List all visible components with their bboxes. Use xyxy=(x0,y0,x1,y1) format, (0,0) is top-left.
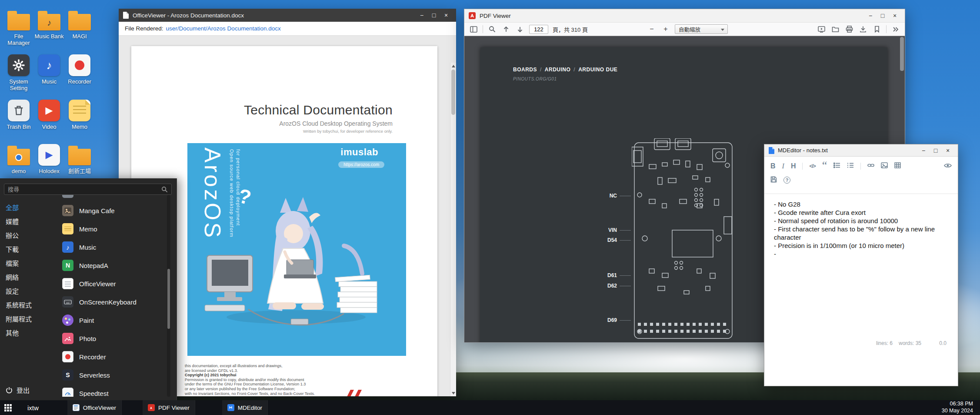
search-icon[interactable] xyxy=(487,24,497,34)
category-file[interactable]: 檔案 xyxy=(0,257,60,271)
desktop-icon-memo[interactable]: Memo xyxy=(65,98,94,131)
download-icon[interactable] xyxy=(858,24,868,34)
help-button[interactable]: ? xyxy=(783,177,790,184)
rendered-file-link[interactable]: user/Document/Arozos Documentation.docx xyxy=(166,25,281,32)
link-button[interactable] xyxy=(867,162,874,170)
start-button[interactable] xyxy=(0,400,16,415)
desktop-icon-system-setting[interactable]: System Setting xyxy=(4,53,33,92)
task-officeviewer[interactable]: OfficeViewer xyxy=(67,400,122,415)
scrollbar-thumb[interactable] xyxy=(451,70,455,115)
category-setting[interactable]: 設定 xyxy=(0,284,60,298)
toolbar-divider xyxy=(802,163,803,170)
app-item-memo[interactable]: Memo xyxy=(62,220,165,238)
print-icon[interactable] xyxy=(844,24,854,34)
category-media[interactable]: 媒體 xyxy=(0,215,60,229)
taskbar-clock[interactable]: 06:38 PM 30 May 2024 xyxy=(942,401,980,414)
desktop-icon-file-manager[interactable]: File Manager xyxy=(4,8,33,47)
pdf-viewer-titlebar[interactable]: PDF Viewer − □ × xyxy=(464,9,905,22)
mdeditor-window: MDEditor - notes.txt − □ × B I H </> “ xyxy=(764,144,958,386)
previous-page-icon[interactable] xyxy=(501,24,511,34)
desktop-icon-music[interactable]: ♪ Music xyxy=(34,53,64,85)
zoom-in-button[interactable]: + xyxy=(661,24,670,34)
category-utilities[interactable]: 附屬程式 xyxy=(0,312,60,326)
category-system[interactable]: 系統程式 xyxy=(0,298,60,312)
desktop-icon-demo[interactable]: demo xyxy=(4,143,33,175)
desktop-icon-holodex[interactable]: ▶ Holodex xyxy=(34,143,64,175)
app-item-music[interactable]: ♪ Music xyxy=(62,238,165,256)
category-office[interactable]: 辦公 xyxy=(0,229,60,243)
minimize-button[interactable]: − xyxy=(865,11,876,20)
minimize-button[interactable]: − xyxy=(416,10,427,20)
music-note-icon: ♪ xyxy=(47,59,52,72)
italic-button[interactable]: I xyxy=(782,162,784,170)
pin-leader-line xyxy=(620,320,631,321)
next-page-icon[interactable] xyxy=(515,24,525,34)
officeviewer-titlebar[interactable]: OfficeViewer - Arozos Documentation.docx… xyxy=(119,9,456,22)
app-item-notepada[interactable]: N NotepadA xyxy=(62,256,165,274)
mdeditor-titlebar[interactable]: MDEditor - notes.txt − □ × xyxy=(764,144,958,157)
table-button[interactable] xyxy=(894,162,901,170)
markdown-text-area[interactable]: - No G28 - Gcode rewrite after Cura exor… xyxy=(774,200,950,258)
desktop-icon-magi[interactable]: MAGI xyxy=(65,8,94,40)
bold-button[interactable]: B xyxy=(770,162,776,170)
more-tools-icon[interactable] xyxy=(891,24,900,34)
search-input[interactable] xyxy=(8,186,161,193)
desktop-icon-video[interactable]: ▶ Video xyxy=(34,98,64,131)
app-item-officeviewer[interactable]: OfficeViewer xyxy=(62,274,165,293)
page-number-input[interactable] xyxy=(529,25,548,34)
app-item-photo[interactable]: Photo xyxy=(62,329,165,348)
scroll-up-button[interactable] xyxy=(450,63,456,69)
license-line: under the terms of the GNU Free Document… xyxy=(185,382,315,387)
code-button[interactable]: </> xyxy=(809,163,815,169)
bookmark-icon[interactable] xyxy=(872,24,882,34)
presentation-mode-icon[interactable] xyxy=(817,24,826,34)
close-button[interactable]: × xyxy=(942,146,953,155)
ordered-list-button[interactable] xyxy=(847,162,854,170)
preview-eye-icon[interactable] xyxy=(944,162,952,170)
pdf-scrollbar-thumb[interactable] xyxy=(900,37,904,71)
unordered-list-button[interactable] xyxy=(833,162,840,170)
start-search-box[interactable] xyxy=(4,184,172,195)
task-pdf-viewer[interactable]: PDF Viewer xyxy=(143,400,195,415)
maximize-button[interactable]: □ xyxy=(877,11,888,20)
save-button[interactable] xyxy=(770,176,777,184)
zoom-out-button[interactable]: − xyxy=(647,24,657,34)
close-button[interactable]: × xyxy=(889,11,900,20)
close-button[interactable]: × xyxy=(440,10,452,20)
officeviewer-scrollbar[interactable] xyxy=(450,63,456,396)
maximize-button[interactable]: □ xyxy=(428,10,440,20)
quote-button[interactable]: “ xyxy=(822,163,827,169)
start-menu-scrollbar[interactable] xyxy=(167,195,170,397)
open-file-icon[interactable] xyxy=(830,24,840,34)
user-folder-icon xyxy=(7,149,30,165)
scroll-down-button[interactable] xyxy=(450,390,456,396)
app-item-onscreenkeyboard[interactable]: OnScreenKeyboard xyxy=(62,293,165,311)
menu-button[interactable] xyxy=(16,400,25,415)
logout-button[interactable]: 登出 xyxy=(6,385,30,395)
category-others[interactable]: 其他 xyxy=(0,326,60,340)
taskbar: ixtw OfficeViewer PDF Viewer MDEditor 06… xyxy=(0,400,980,415)
category-download[interactable]: 下載 xyxy=(0,243,60,257)
search-icon[interactable] xyxy=(161,186,168,193)
desktop-icon-innovation-works[interactable]: 創新工場 xyxy=(65,143,94,175)
maximize-button[interactable]: □ xyxy=(930,146,941,155)
scrollbar-thumb[interactable] xyxy=(167,269,170,329)
category-all[interactable]: 全部 xyxy=(0,201,60,215)
desktop-icon-recorder[interactable]: Recorder xyxy=(65,53,94,85)
app-item-paint[interactable]: Paint xyxy=(62,311,165,329)
image-button[interactable] xyxy=(881,162,888,170)
app-item-recorder[interactable]: Recorder xyxy=(62,348,165,366)
sidebar-toggle-icon[interactable] xyxy=(469,24,478,34)
heading-button[interactable]: H xyxy=(791,162,796,170)
app-item-speedtest[interactable]: Speedtest xyxy=(62,384,165,397)
app-item-serverless[interactable]: S Serverless xyxy=(62,366,165,384)
app-item-manga-cafe[interactable]: Manga Cafe xyxy=(62,201,165,220)
app-item-partial[interactable] xyxy=(62,195,165,201)
desktop-icon-trash-bin[interactable]: Trash Bin xyxy=(4,98,33,131)
desktop-icon-music-bank[interactable]: ♪ Music Bank xyxy=(34,8,64,40)
task-mdeditor[interactable]: MDEditor xyxy=(222,400,268,415)
category-network[interactable]: 網絡 xyxy=(0,271,60,284)
minimize-button[interactable]: − xyxy=(918,146,929,155)
toolbar-divider xyxy=(483,25,483,33)
zoom-mode-select[interactable]: 自動縮放 xyxy=(675,24,728,34)
